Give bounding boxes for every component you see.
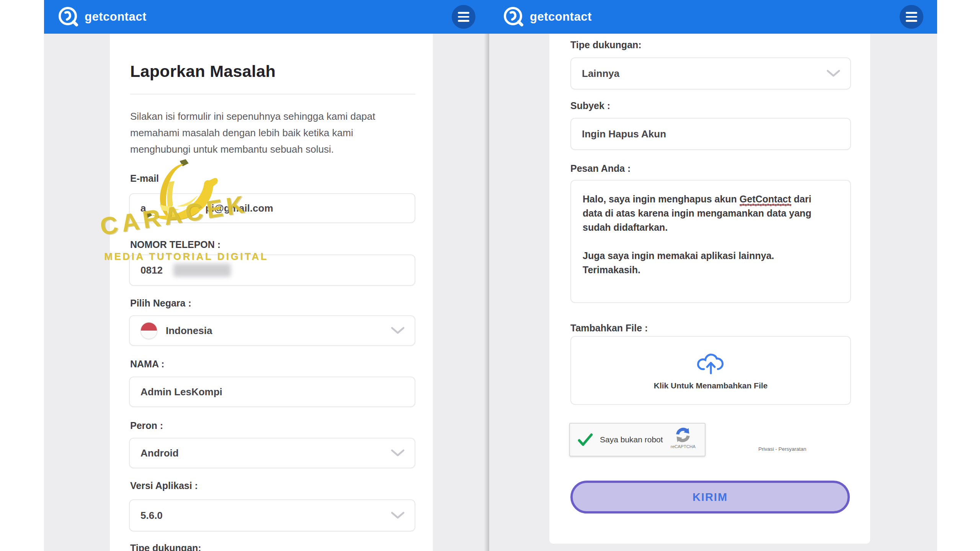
report-form-card: Laporkan Masalah Silakan isi formulir in… (110, 34, 433, 551)
page-title: Laporkan Masalah (130, 62, 276, 81)
divider (130, 94, 415, 95)
email-input[interactable]: a pi@gmail.com (129, 193, 415, 223)
message-textarea[interactable]: Halo, saya ingin menghapus akun GetConta… (570, 180, 851, 303)
version-select[interactable]: 5.6.0 (129, 499, 415, 531)
platform-value: Android (140, 447, 179, 459)
email-label: E-mail (130, 173, 159, 184)
getcontact-logo-icon (57, 6, 79, 28)
email-value-end: pi@gmail.com (205, 202, 273, 214)
getcontact-logo-icon (502, 6, 524, 28)
getcontact-link: GetContact (740, 194, 791, 205)
getcontact-logo: getcontact (57, 6, 147, 28)
version-label: Versi Aplikasi : (130, 480, 198, 491)
subject-input[interactable]: Ingin Hapus Akun (570, 118, 851, 150)
indonesia-flag-icon (140, 322, 157, 339)
phone-label: NOMOR TELEPON : (130, 239, 220, 250)
message-line: sudah didaftarkan. (583, 220, 839, 235)
redacted-phone (173, 264, 231, 277)
dropzone-cta: Klik Untuk Menambahkan File (654, 381, 768, 390)
recaptcha-logo: reCAPTCHA (671, 427, 696, 449)
email-value-start: a (140, 202, 146, 214)
getcontact-logo-text: getcontact (85, 10, 147, 24)
support-type-value: Lainnya (582, 68, 619, 80)
app-header: getcontact (489, 0, 937, 34)
menu-button[interactable] (452, 5, 475, 29)
chevron-down-icon (391, 449, 405, 457)
recaptcha-brand-text: reCAPTCHA (671, 444, 696, 449)
message-line: Juga saya ingin memakai aplikasi lainnya… (583, 249, 839, 263)
recaptcha-icon (675, 427, 691, 443)
chevron-down-icon (391, 327, 405, 334)
country-label: Pilih Negara : (130, 298, 191, 309)
cloud-upload-icon (695, 350, 727, 376)
support-type-select[interactable]: Lainnya (570, 57, 851, 90)
name-label: NAMA : (130, 359, 164, 370)
getcontact-logo: getcontact (502, 6, 592, 28)
phone-input[interactable]: 0812 (129, 254, 415, 286)
attachment-label: Tambahkan File : (570, 323, 648, 334)
recaptcha-widget[interactable]: Saya bukan robot reCAPTCHA (569, 423, 706, 456)
support-type-label: Tipe dukungan: (570, 39, 642, 51)
message-line: Terimakasih. (583, 263, 839, 277)
name-value: Admin LesKompi (140, 386, 222, 398)
version-value: 5.6.0 (140, 510, 163, 522)
getcontact-logo-text: getcontact (530, 10, 592, 24)
platform-select[interactable]: Android (129, 438, 415, 468)
file-dropzone[interactable]: Klik Untuk Menambahkan File (570, 336, 851, 405)
right-screenshot: getcontact Tipe dukungan: Lainnya Subyek… (489, 0, 937, 551)
subject-value: Ingin Hapus Akun (582, 128, 666, 140)
hamburger-icon (906, 12, 917, 22)
chevron-down-icon (826, 70, 840, 77)
support-type-label-cutoff: Tipe dukungan: (130, 543, 201, 551)
recaptcha-label: Saya bukan robot (600, 435, 663, 444)
submit-button-label: KIRIM (693, 491, 728, 504)
checkmark-icon (578, 433, 593, 447)
report-form-card-continued: Tipe dukungan: Lainnya Subyek : Ingin Ha… (549, 34, 870, 544)
message-label: Pesan Anda : (570, 163, 630, 174)
name-input[interactable]: Admin LesKompi (129, 377, 415, 407)
phone-value: 0812 (140, 264, 163, 276)
chevron-down-icon (391, 512, 405, 519)
app-header: getcontact (44, 0, 489, 34)
menu-button[interactable] (900, 5, 923, 29)
message-line: Halo, saya ingin menghapus akun GetConta… (583, 192, 839, 206)
form-description: Silakan isi formulir ini sepenuhnya sehi… (130, 108, 398, 158)
country-select[interactable]: Indonesia (129, 315, 415, 346)
subject-label: Subyek : (570, 100, 610, 111)
platform-label: Peron : (130, 420, 163, 431)
left-screenshot: getcontact Laporkan Masalah Silakan isi … (44, 0, 489, 551)
recaptcha-privacy-links[interactable]: Privasi - Persyaratan (758, 446, 806, 452)
submit-button[interactable]: KIRIM (570, 481, 850, 514)
message-line: data di atas karena ingin mengamankan da… (583, 206, 839, 220)
hamburger-icon (458, 12, 469, 22)
country-value: Indonesia (166, 325, 212, 337)
